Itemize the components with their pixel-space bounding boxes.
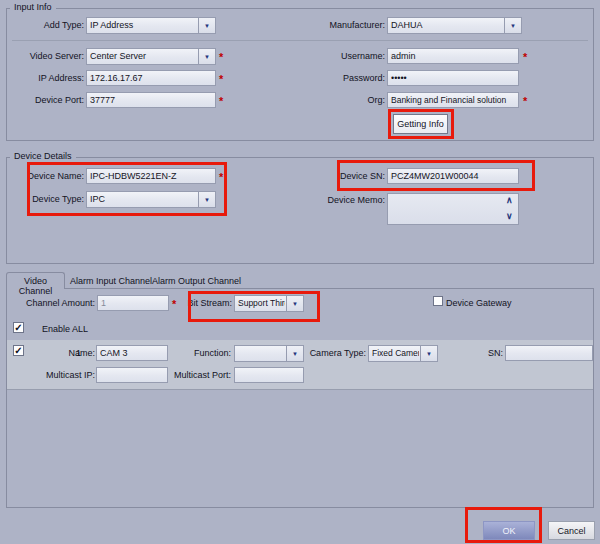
required-marker: * [523,97,527,106]
video-server-select[interactable]: Center Server ▼ [86,48,216,65]
chevron-down-icon[interactable]: ▼ [504,18,521,33]
add-type-label: Add Type: [0,20,84,30]
manufacturer-label: Manufacturer: [240,20,385,30]
highlight-box-device-name-type [27,162,227,216]
device-details-title: Device Details [10,151,76,161]
cancel-button[interactable]: Cancel [548,521,595,540]
tab-alarm-output-channel[interactable]: Alarm Output Channel [152,276,241,286]
tab-alarm-input-channel[interactable]: Alarm Input Channel [70,276,152,286]
highlight-box-bit-stream [188,291,320,322]
multicast-ip-label: Multicast IP: [0,370,95,380]
highlight-box-device-sn [337,160,535,191]
org-label: Org: [240,95,385,105]
add-device-dialog: Input Info Add Type: IP Address ▼ Manufa… [0,0,600,544]
highlight-box-ok [465,507,542,543]
channel-name-label: Name: [0,348,95,358]
sn-label: SN: [420,348,503,358]
org-field[interactable] [387,92,519,108]
add-type-select[interactable]: IP Address ▼ [86,17,216,34]
input-info-separator [12,40,588,41]
function-label: Function: [150,348,231,358]
password-field[interactable] [387,70,519,86]
tab-video-channel[interactable]: Video Channel [6,272,65,289]
camera-type-label: Camera Type: [280,348,366,358]
chevron-down-icon[interactable]: ▼ [198,18,215,33]
device-port-field[interactable] [86,92,216,108]
device-gateway-checkbox[interactable] [433,296,443,306]
ip-address-field[interactable] [86,70,216,86]
input-info-title: Input Info [10,2,56,12]
username-label: Username: [240,51,385,61]
enable-all-label: Enable ALL [42,324,88,334]
manufacturer-select[interactable]: DAHUA ▼ [387,17,522,34]
password-label: Password: [240,73,385,83]
enable-all-checkbox[interactable]: ✓ [13,322,24,333]
sn-field[interactable] [505,345,593,361]
required-marker: * [219,75,223,84]
device-memo-label: Device Memo: [240,195,385,205]
username-field[interactable] [387,48,519,64]
scroll-up-icon[interactable]: ∧ [506,196,513,205]
video-server-label: Video Server: [0,51,84,61]
device-port-label: Device Port: [0,95,84,105]
device-memo-textarea[interactable] [387,193,519,225]
multicast-port-field[interactable] [234,367,304,383]
required-marker: * [523,53,527,62]
multicast-port-label: Multicast Port: [150,370,231,380]
scroll-down-icon[interactable]: ∨ [506,212,513,221]
highlight-box-getting-info [388,109,454,139]
channel-amount-label: Channel Amount: [0,298,95,308]
device-gateway-label: Device Gateway [446,298,512,308]
ip-address-label: IP Address: [0,73,84,83]
required-marker: * [219,97,223,106]
chevron-down-icon[interactable]: ▼ [198,49,215,64]
required-marker: * [219,53,223,62]
